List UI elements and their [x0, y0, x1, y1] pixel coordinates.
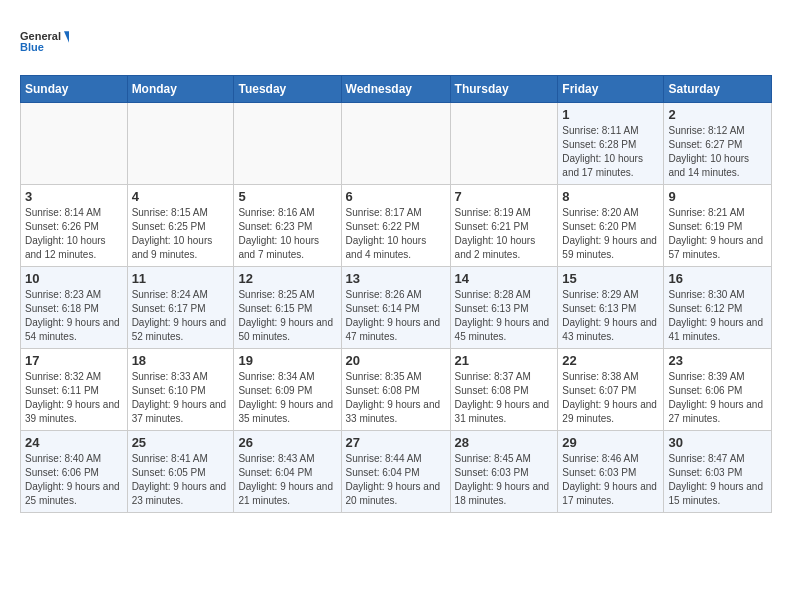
day-info: Sunrise: 8:25 AM Sunset: 6:15 PM Dayligh…: [238, 288, 336, 344]
day-number: 5: [238, 189, 336, 204]
calendar-cell: 13Sunrise: 8:26 AM Sunset: 6:14 PM Dayli…: [341, 267, 450, 349]
calendar-cell: 24Sunrise: 8:40 AM Sunset: 6:06 PM Dayli…: [21, 431, 128, 513]
calendar-row: 3Sunrise: 8:14 AM Sunset: 6:26 PM Daylig…: [21, 185, 772, 267]
logo: General Blue: [20, 20, 70, 65]
day-info: Sunrise: 8:30 AM Sunset: 6:12 PM Dayligh…: [668, 288, 767, 344]
calendar-cell: 10Sunrise: 8:23 AM Sunset: 6:18 PM Dayli…: [21, 267, 128, 349]
calendar-cell: 1Sunrise: 8:11 AM Sunset: 6:28 PM Daylig…: [558, 103, 664, 185]
calendar-cell: 4Sunrise: 8:15 AM Sunset: 6:25 PM Daylig…: [127, 185, 234, 267]
calendar-row: 1Sunrise: 8:11 AM Sunset: 6:28 PM Daylig…: [21, 103, 772, 185]
day-number: 13: [346, 271, 446, 286]
calendar-cell: 22Sunrise: 8:38 AM Sunset: 6:07 PM Dayli…: [558, 349, 664, 431]
header-cell: Friday: [558, 76, 664, 103]
day-number: 21: [455, 353, 554, 368]
day-number: 2: [668, 107, 767, 122]
svg-marker-2: [64, 31, 69, 43]
day-info: Sunrise: 8:23 AM Sunset: 6:18 PM Dayligh…: [25, 288, 123, 344]
day-info: Sunrise: 8:34 AM Sunset: 6:09 PM Dayligh…: [238, 370, 336, 426]
calendar-cell: 19Sunrise: 8:34 AM Sunset: 6:09 PM Dayli…: [234, 349, 341, 431]
day-info: Sunrise: 8:46 AM Sunset: 6:03 PM Dayligh…: [562, 452, 659, 508]
day-info: Sunrise: 8:45 AM Sunset: 6:03 PM Dayligh…: [455, 452, 554, 508]
day-info: Sunrise: 8:40 AM Sunset: 6:06 PM Dayligh…: [25, 452, 123, 508]
day-info: Sunrise: 8:32 AM Sunset: 6:11 PM Dayligh…: [25, 370, 123, 426]
day-number: 25: [132, 435, 230, 450]
calendar-cell: 20Sunrise: 8:35 AM Sunset: 6:08 PM Dayli…: [341, 349, 450, 431]
day-info: Sunrise: 8:12 AM Sunset: 6:27 PM Dayligh…: [668, 124, 767, 180]
day-number: 16: [668, 271, 767, 286]
logo-icon: General Blue: [20, 20, 70, 65]
page-header: General Blue: [20, 20, 772, 65]
day-info: Sunrise: 8:11 AM Sunset: 6:28 PM Dayligh…: [562, 124, 659, 180]
day-number: 28: [455, 435, 554, 450]
calendar-row: 17Sunrise: 8:32 AM Sunset: 6:11 PM Dayli…: [21, 349, 772, 431]
day-number: 3: [25, 189, 123, 204]
day-info: Sunrise: 8:28 AM Sunset: 6:13 PM Dayligh…: [455, 288, 554, 344]
day-number: 7: [455, 189, 554, 204]
day-number: 20: [346, 353, 446, 368]
calendar-body: 1Sunrise: 8:11 AM Sunset: 6:28 PM Daylig…: [21, 103, 772, 513]
day-info: Sunrise: 8:29 AM Sunset: 6:13 PM Dayligh…: [562, 288, 659, 344]
day-number: 23: [668, 353, 767, 368]
calendar-cell: 21Sunrise: 8:37 AM Sunset: 6:08 PM Dayli…: [450, 349, 558, 431]
header-cell: Monday: [127, 76, 234, 103]
day-info: Sunrise: 8:14 AM Sunset: 6:26 PM Dayligh…: [25, 206, 123, 262]
header-cell: Sunday: [21, 76, 128, 103]
calendar-cell: 11Sunrise: 8:24 AM Sunset: 6:17 PM Dayli…: [127, 267, 234, 349]
day-info: Sunrise: 8:39 AM Sunset: 6:06 PM Dayligh…: [668, 370, 767, 426]
svg-text:Blue: Blue: [20, 41, 44, 53]
calendar-cell: 28Sunrise: 8:45 AM Sunset: 6:03 PM Dayli…: [450, 431, 558, 513]
day-number: 19: [238, 353, 336, 368]
calendar-cell: 8Sunrise: 8:20 AM Sunset: 6:20 PM Daylig…: [558, 185, 664, 267]
calendar-row: 24Sunrise: 8:40 AM Sunset: 6:06 PM Dayli…: [21, 431, 772, 513]
day-info: Sunrise: 8:19 AM Sunset: 6:21 PM Dayligh…: [455, 206, 554, 262]
calendar-cell: 6Sunrise: 8:17 AM Sunset: 6:22 PM Daylig…: [341, 185, 450, 267]
day-info: Sunrise: 8:20 AM Sunset: 6:20 PM Dayligh…: [562, 206, 659, 262]
calendar-table: SundayMondayTuesdayWednesdayThursdayFrid…: [20, 75, 772, 513]
calendar-cell: 30Sunrise: 8:47 AM Sunset: 6:03 PM Dayli…: [664, 431, 772, 513]
day-info: Sunrise: 8:44 AM Sunset: 6:04 PM Dayligh…: [346, 452, 446, 508]
calendar-cell: 12Sunrise: 8:25 AM Sunset: 6:15 PM Dayli…: [234, 267, 341, 349]
header-cell: Tuesday: [234, 76, 341, 103]
day-number: 17: [25, 353, 123, 368]
calendar-cell: 14Sunrise: 8:28 AM Sunset: 6:13 PM Dayli…: [450, 267, 558, 349]
calendar-cell: [341, 103, 450, 185]
day-info: Sunrise: 8:35 AM Sunset: 6:08 PM Dayligh…: [346, 370, 446, 426]
day-info: Sunrise: 8:26 AM Sunset: 6:14 PM Dayligh…: [346, 288, 446, 344]
day-info: Sunrise: 8:24 AM Sunset: 6:17 PM Dayligh…: [132, 288, 230, 344]
calendar-cell: [234, 103, 341, 185]
header-cell: Wednesday: [341, 76, 450, 103]
calendar-cell: [21, 103, 128, 185]
calendar-cell: 2Sunrise: 8:12 AM Sunset: 6:27 PM Daylig…: [664, 103, 772, 185]
calendar-cell: 23Sunrise: 8:39 AM Sunset: 6:06 PM Dayli…: [664, 349, 772, 431]
day-number: 6: [346, 189, 446, 204]
day-number: 15: [562, 271, 659, 286]
calendar-cell: 27Sunrise: 8:44 AM Sunset: 6:04 PM Dayli…: [341, 431, 450, 513]
day-number: 9: [668, 189, 767, 204]
day-number: 26: [238, 435, 336, 450]
day-info: Sunrise: 8:37 AM Sunset: 6:08 PM Dayligh…: [455, 370, 554, 426]
day-number: 12: [238, 271, 336, 286]
day-info: Sunrise: 8:21 AM Sunset: 6:19 PM Dayligh…: [668, 206, 767, 262]
calendar-cell: 18Sunrise: 8:33 AM Sunset: 6:10 PM Dayli…: [127, 349, 234, 431]
day-info: Sunrise: 8:16 AM Sunset: 6:23 PM Dayligh…: [238, 206, 336, 262]
calendar-cell: [450, 103, 558, 185]
calendar-cell: 29Sunrise: 8:46 AM Sunset: 6:03 PM Dayli…: [558, 431, 664, 513]
day-number: 8: [562, 189, 659, 204]
day-number: 27: [346, 435, 446, 450]
calendar-cell: 17Sunrise: 8:32 AM Sunset: 6:11 PM Dayli…: [21, 349, 128, 431]
calendar-header: SundayMondayTuesdayWednesdayThursdayFrid…: [21, 76, 772, 103]
day-number: 11: [132, 271, 230, 286]
calendar-cell: 3Sunrise: 8:14 AM Sunset: 6:26 PM Daylig…: [21, 185, 128, 267]
day-info: Sunrise: 8:47 AM Sunset: 6:03 PM Dayligh…: [668, 452, 767, 508]
svg-text:General: General: [20, 30, 61, 42]
calendar-cell: [127, 103, 234, 185]
calendar-row: 10Sunrise: 8:23 AM Sunset: 6:18 PM Dayli…: [21, 267, 772, 349]
day-number: 29: [562, 435, 659, 450]
calendar-cell: 25Sunrise: 8:41 AM Sunset: 6:05 PM Dayli…: [127, 431, 234, 513]
day-info: Sunrise: 8:41 AM Sunset: 6:05 PM Dayligh…: [132, 452, 230, 508]
day-info: Sunrise: 8:17 AM Sunset: 6:22 PM Dayligh…: [346, 206, 446, 262]
day-number: 4: [132, 189, 230, 204]
calendar-cell: 16Sunrise: 8:30 AM Sunset: 6:12 PM Dayli…: [664, 267, 772, 349]
calendar-cell: 7Sunrise: 8:19 AM Sunset: 6:21 PM Daylig…: [450, 185, 558, 267]
day-info: Sunrise: 8:38 AM Sunset: 6:07 PM Dayligh…: [562, 370, 659, 426]
